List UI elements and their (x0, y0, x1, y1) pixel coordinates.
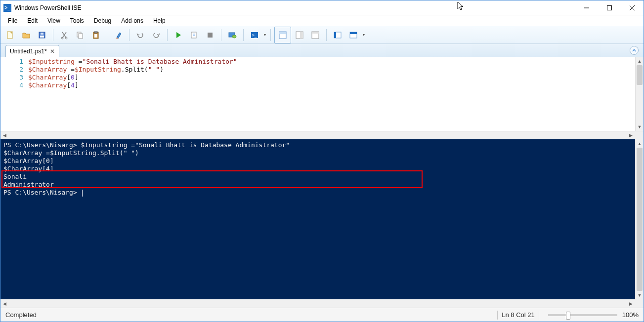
app-icon: >_ (3, 4, 11, 12)
svg-rect-6 (40, 36, 44, 38)
toolbar: >_ ▾ ▾ (0, 26, 644, 44)
code-line: $CharArray[0] (28, 74, 644, 81)
code-line: $Inputstring ="Sonali Bhatt is Database … (28, 58, 644, 66)
code-line: $CharArray[4] (28, 81, 644, 89)
powershell-button[interactable]: >_ (247, 28, 262, 42)
editor-vertical-scrollbar[interactable]: ▲ ▼ (635, 57, 644, 131)
menu-view[interactable]: View (43, 16, 65, 26)
console-horizontal-scrollbar[interactable]: ◀ ▶ (0, 299, 644, 308)
copy-button[interactable] (73, 28, 87, 42)
code-line: $CharArray =$InputString.Split(" ") (28, 66, 644, 74)
paste-button[interactable] (88, 28, 103, 42)
title-bar: >_ Windows PowerShell ISE (0, 0, 644, 15)
scroll-down-icon[interactable]: ▼ (636, 122, 644, 131)
run-button[interactable] (171, 28, 186, 42)
save-button[interactable] (35, 28, 49, 42)
zoom-thumb[interactable] (566, 312, 570, 320)
console-line: $CharArray[4] (3, 165, 632, 173)
status-text: Completed (5, 311, 493, 319)
menu-bar: File Edit View Tools Debug Add-ons Help (0, 15, 644, 26)
run-selection-button[interactable] (187, 28, 202, 42)
cursor-position: Ln 8 Col 21 (502, 311, 535, 319)
close-button[interactable] (621, 0, 644, 15)
svg-rect-7 (41, 33, 43, 35)
console-container: PS C:\Users\Nisarg> $Inputstring ="Sonal… (0, 139, 644, 308)
tab-label: Untitled1.ps1* (10, 48, 47, 55)
separator (539, 311, 539, 320)
open-button[interactable] (19, 28, 34, 42)
menu-debug[interactable]: Debug (89, 16, 116, 26)
svg-rect-30 (350, 32, 357, 34)
cursor-icon (82, 190, 83, 197)
svg-rect-15 (191, 32, 196, 38)
minimize-button[interactable] (575, 0, 598, 15)
scroll-up-icon[interactable]: ▲ (636, 139, 644, 148)
console-line: $CharArray =$InputString.Split(" ") (3, 149, 632, 157)
svg-point-18 (232, 35, 236, 38)
scroll-down-icon[interactable]: ▼ (636, 291, 644, 299)
stop-button[interactable] (203, 28, 217, 42)
editor-horizontal-scrollbar[interactable]: ◀ ▶ (0, 131, 644, 139)
menu-file[interactable]: File (3, 16, 22, 26)
status-bar: Completed Ln 8 Col 21 100% (0, 308, 644, 322)
scroll-left-icon[interactable]: ◀ (0, 301, 9, 306)
cut-button[interactable] (57, 28, 72, 42)
separator (129, 29, 129, 41)
menu-addons[interactable]: Add-ons (117, 16, 148, 26)
collapse-script-pane-button[interactable] (630, 46, 639, 55)
separator (270, 29, 271, 41)
svg-rect-28 (334, 32, 336, 38)
menu-tools[interactable]: Tools (66, 16, 88, 26)
remote-button[interactable] (225, 28, 240, 42)
separator (243, 29, 244, 41)
new-button[interactable] (3, 28, 18, 42)
line-gutter: 1234 (0, 57, 28, 131)
menu-edit[interactable]: Edit (23, 16, 42, 26)
separator (167, 29, 168, 41)
console-prompt: PS C:\Users\Nisarg> (3, 189, 632, 197)
scroll-right-icon[interactable]: ▶ (627, 133, 635, 138)
dropdown-icon[interactable]: ▾ (361, 28, 366, 42)
console-line: Sonali (3, 173, 632, 181)
separator (497, 311, 498, 320)
menu-help[interactable]: Help (149, 16, 170, 26)
svg-rect-16 (208, 33, 213, 38)
maximize-button[interactable] (598, 0, 621, 15)
console-vertical-scrollbar[interactable]: ▲ ▼ (635, 139, 644, 299)
scroll-up-icon[interactable]: ▲ (636, 57, 644, 65)
scroll-thumb[interactable] (637, 148, 643, 291)
console-pane[interactable]: PS C:\Users\Nisarg> $Inputstring ="Sonal… (0, 139, 635, 299)
console-line: Administrator (3, 181, 632, 189)
show-script-pane-max-button[interactable] (308, 28, 323, 42)
redo-button[interactable] (149, 28, 164, 42)
zoom-level: 100% (622, 311, 639, 319)
separator (326, 29, 327, 41)
svg-rect-11 (79, 34, 83, 39)
script-tab[interactable]: Untitled1.ps1* ✕ (5, 45, 59, 57)
show-command-addon-button[interactable] (346, 28, 361, 42)
zoom-slider[interactable] (548, 314, 617, 316)
code-area[interactable]: $Inputstring ="Sonali Bhatt is Database … (28, 57, 644, 131)
dropdown-icon[interactable]: ▾ (262, 28, 267, 42)
svg-rect-22 (279, 32, 286, 34)
separator (107, 29, 107, 41)
tab-close-icon[interactable]: ✕ (50, 48, 55, 55)
clear-button[interactable] (111, 28, 126, 42)
show-script-pane-top-button[interactable] (274, 27, 291, 43)
svg-rect-13 (94, 32, 97, 33)
undo-button[interactable] (133, 28, 148, 42)
svg-text:>_: >_ (252, 33, 257, 38)
console-line: $CharArray[0] (3, 157, 632, 165)
svg-rect-26 (312, 32, 319, 34)
scroll-right-icon[interactable]: ▶ (627, 301, 635, 306)
scroll-left-icon[interactable]: ◀ (0, 133, 9, 138)
script-editor[interactable]: 1234 $Inputstring ="Sonali Bhatt is Data… (0, 57, 644, 131)
console-line: PS C:\Users\Nisarg> $Inputstring ="Sonal… (3, 141, 632, 149)
separator (221, 29, 221, 41)
scroll-thumb[interactable] (637, 65, 643, 85)
svg-rect-1 (607, 5, 612, 10)
show-script-pane-right-button[interactable] (292, 28, 307, 42)
svg-rect-14 (94, 34, 97, 38)
show-command-button[interactable] (330, 28, 345, 42)
svg-rect-24 (300, 32, 303, 39)
